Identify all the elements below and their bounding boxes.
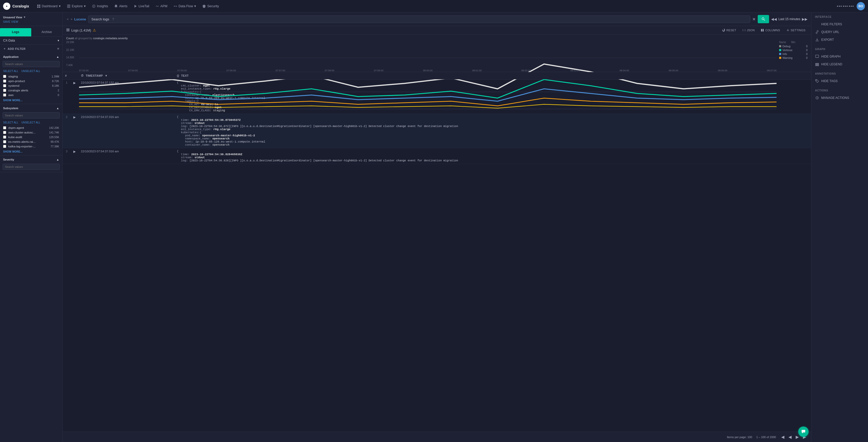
- nav-item-alerts[interactable]: Alerts: [112, 3, 130, 9]
- rp-hide-graph[interactable]: HIDE GRAPH: [811, 53, 868, 60]
- settings-icon: [786, 29, 789, 32]
- tab-logs[interactable]: Logs: [0, 28, 31, 36]
- nav-item-livetail[interactable]: LiveTail: [131, 3, 152, 9]
- select-all-application[interactable]: SELECT ALL: [3, 70, 18, 73]
- nav-more-dots[interactable]: [835, 4, 856, 9]
- rp-query-url[interactable]: QUERY URL: [811, 28, 868, 36]
- show-more-subsystem[interactable]: SHOW MORE...: [0, 149, 62, 155]
- time-prev-btn[interactable]: ◀◀: [771, 17, 777, 21]
- rp-hide-filters[interactable]: HIDE FILTERS: [811, 21, 868, 28]
- svg-rect-3: [39, 6, 40, 7]
- application-search-input[interactable]: [3, 61, 60, 67]
- breadcrumb-name: Lucene: [74, 17, 86, 21]
- unselect-all-application[interactable]: UNSELECT ALL: [22, 70, 40, 73]
- filter-systemd[interactable]: systemd 8.18K: [0, 83, 62, 88]
- reset-icon: [722, 29, 725, 32]
- chat-icon: [801, 429, 806, 434]
- rp-export[interactable]: EXPORT: [811, 36, 868, 44]
- filter-aws-cluster-checkbox[interactable]: [3, 131, 6, 134]
- filter-dspm-agent-checkbox[interactable]: [3, 126, 6, 129]
- search-icon: [761, 17, 766, 21]
- section-severity-header[interactable]: Severity ▲: [0, 156, 62, 163]
- filter-kube-audit-checkbox[interactable]: [3, 136, 6, 139]
- nav-item-insights[interactable]: Insights: [89, 3, 111, 9]
- filter-kafka-lag[interactable]: kafka-lag-exporter-... 77.38K: [0, 144, 62, 149]
- time-next-btn[interactable]: ▶▶: [802, 17, 808, 21]
- svg-rect-26: [815, 55, 819, 58]
- manage-actions-icon: [815, 96, 819, 100]
- filter-kube-audit[interactable]: kube-audit 129.55K: [0, 135, 62, 139]
- svg-point-9: [93, 6, 94, 7]
- row-expand-3[interactable]: ▶: [71, 148, 78, 164]
- row-expand-2[interactable]: ▶: [71, 114, 78, 148]
- reset-btn[interactable]: RESET: [720, 28, 738, 33]
- add-filter-btn[interactable]: ＋ ADD FILTER: [3, 47, 26, 50]
- nav-item-explore[interactable]: Explore ▾: [64, 3, 88, 9]
- json-btn[interactable]: JSON: [740, 28, 757, 33]
- rp-section-actions: ACTIONS MANAGE ACTIONS: [811, 89, 868, 102]
- section-subsystem-header[interactable]: Subsystem ▲: [0, 104, 62, 111]
- subsystem-search-input[interactable]: [3, 112, 60, 118]
- nav-logo[interactable]: ● Coralogix: [3, 3, 29, 10]
- select-all-subsystem[interactable]: SELECT ALL: [3, 121, 18, 124]
- filter-dspm-agent[interactable]: dspm-agent 142.20K: [0, 126, 62, 130]
- row-timestamp-3: 22/10/2023 07:54:37.016 am: [78, 148, 175, 164]
- unsaved-view-dropdown[interactable]: ▾: [24, 15, 25, 19]
- rp-section-graph: GRAPH HIDE GRAPH HIDE LEGEND: [811, 48, 868, 68]
- section-application-header[interactable]: Application ▲: [0, 53, 62, 60]
- filter-staging[interactable]: staging 1.39M: [0, 74, 62, 79]
- svg-rect-19: [761, 29, 762, 32]
- col-timestamp[interactable]: ⏱ TIMESTAMP ▼: [78, 72, 175, 79]
- search-clear-btn[interactable]: ✕: [752, 17, 755, 22]
- severity-search-input[interactable]: [3, 164, 60, 170]
- hide-filters-icon: [815, 22, 819, 26]
- filter-apm-product-checkbox[interactable]: [3, 79, 6, 82]
- show-more-application[interactable]: SHOW MORE...: [0, 97, 62, 104]
- filter-es-metric-checkbox[interactable]: [3, 140, 6, 143]
- filter-systemd-checkbox[interactable]: [3, 84, 6, 87]
- settings-btn[interactable]: SETTINGS: [784, 28, 808, 33]
- rp-hide-tags[interactable]: HIDE TAGS: [811, 77, 868, 85]
- tab-archive[interactable]: Archive: [31, 28, 63, 36]
- columns-icon: [761, 29, 764, 32]
- tags-icon: [815, 79, 819, 83]
- columns-btn[interactable]: COLUMNS: [759, 28, 782, 33]
- nav-item-security[interactable]: Security: [200, 3, 221, 9]
- row-expand-1[interactable]: ▶: [71, 79, 78, 114]
- sort-icon[interactable]: ▼: [105, 74, 108, 77]
- save-view-btn[interactable]: SAVE VIEW: [3, 20, 59, 24]
- braces-icon: {}: [177, 74, 179, 77]
- filter-aws-cluster[interactable]: aws-cluster-autosc... 141.74K: [0, 130, 62, 135]
- filter-aws-checkbox[interactable]: [3, 94, 6, 97]
- svg-line-15: [764, 20, 765, 21]
- chat-bubble[interactable]: [798, 427, 809, 437]
- unselect-all-subsystem[interactable]: UNSELECT ALL: [22, 121, 40, 124]
- filter-es-metric[interactable]: es-metric-alerts-rai... 99.47K: [0, 139, 62, 144]
- next-page-btn[interactable]: ▶: [795, 434, 800, 440]
- filter-apm-product[interactable]: apm-product 8.72K: [0, 79, 62, 83]
- rp-manage-actions[interactable]: MANAGE ACTIONS: [811, 94, 868, 102]
- nav-item-dataflow[interactable]: Data Flow ▾: [171, 3, 199, 9]
- unsaved-view[interactable]: Unsaved View ▾: [3, 14, 59, 20]
- filter-staging-checkbox[interactable]: [3, 75, 6, 78]
- prev-page-btn[interactable]: ◀: [787, 434, 793, 440]
- cx-data-dropdown[interactable]: ▾: [58, 39, 59, 42]
- dataflow-icon: [174, 4, 177, 8]
- nav-item-dashboard[interactable]: Dashboard ▾: [34, 3, 63, 9]
- filter-aws[interactable]: aws 0: [0, 93, 62, 97]
- first-page-btn[interactable]: ◀: [780, 434, 785, 440]
- rp-hide-legend[interactable]: HIDE LEGEND: [811, 60, 868, 68]
- filter-coralogix-alerts[interactable]: coralogix alerts 2: [0, 88, 62, 93]
- nav-item-apm[interactable]: APM: [153, 3, 170, 9]
- filter-options-icon[interactable]: ≡: [57, 47, 59, 50]
- log-table-wrap: # ⏱ TIMESTAMP ▼ {} TEXT: [63, 72, 811, 432]
- user-avatar[interactable]: BO: [857, 2, 865, 10]
- search-go-btn[interactable]: [758, 15, 769, 23]
- filter-coralogix-alerts-checkbox[interactable]: [3, 89, 6, 92]
- search-help-icon[interactable]: ?: [113, 17, 114, 21]
- table-row: 2 ▶ 22/10/2023 07:54:37.016 am { time: 2…: [63, 114, 811, 148]
- svg-rect-18: [66, 31, 69, 31]
- logo-icon: ●: [3, 3, 10, 10]
- logo-text: Coralogix: [12, 4, 29, 8]
- filter-kafka-lag-checkbox[interactable]: [3, 145, 6, 148]
